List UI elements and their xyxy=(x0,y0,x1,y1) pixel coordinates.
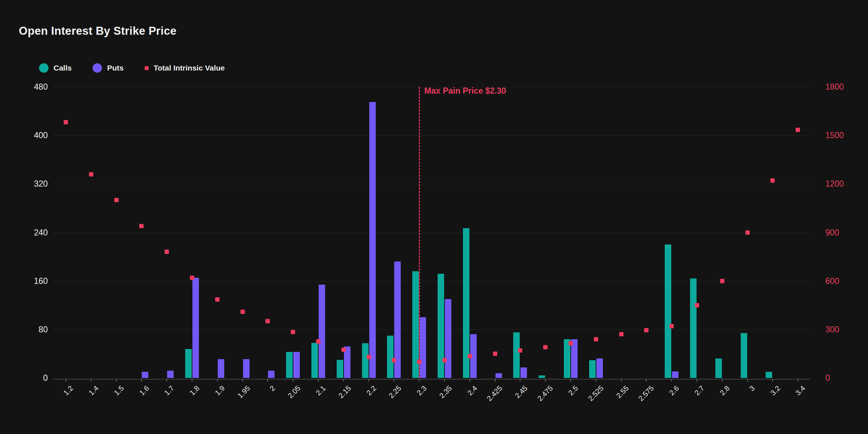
left-axis-tick-label: 80 xyxy=(4,324,48,334)
calls-bar[interactable] xyxy=(589,360,596,378)
intrinsic-value-dot[interactable] xyxy=(367,355,371,359)
puts-marker-icon xyxy=(93,63,102,73)
puts-bar[interactable] xyxy=(192,278,199,378)
intrinsic-value-dot[interactable] xyxy=(265,319,270,323)
calls-bar[interactable] xyxy=(362,343,369,378)
max-pain-label: Max Pain Price $2.30 xyxy=(424,86,506,96)
intrinsic-value-dot[interactable] xyxy=(669,324,674,328)
calls-bar[interactable] xyxy=(715,358,722,378)
x-axis-tick xyxy=(419,379,420,382)
intrinsic-value-dot[interactable] xyxy=(695,303,699,307)
puts-bar[interactable] xyxy=(218,359,224,378)
calls-bar[interactable] xyxy=(690,278,697,378)
intrinsic-value-dot[interactable] xyxy=(190,276,194,280)
calls-bar[interactable] xyxy=(741,333,747,378)
x-axis-tick xyxy=(369,379,369,382)
x-axis-tick-label: 2.25 xyxy=(387,384,403,400)
puts-bar[interactable] xyxy=(596,358,603,378)
x-axis-tick xyxy=(520,379,520,382)
calls-bar[interactable] xyxy=(766,372,772,378)
puts-bar[interactable] xyxy=(369,102,376,378)
intrinsic-value-dot[interactable] xyxy=(796,128,800,132)
x-axis-tick xyxy=(570,379,571,382)
intrinsic-value-dot[interactable] xyxy=(114,198,119,202)
x-axis-tick-label: 2.7 xyxy=(693,384,706,397)
intrinsic-value-dot[interactable] xyxy=(468,354,472,358)
x-axis-tick xyxy=(91,379,92,382)
calls-bar[interactable] xyxy=(311,343,318,378)
intrinsic-value-dot[interactable] xyxy=(569,341,573,345)
intrinsic-value-dot[interactable] xyxy=(493,352,497,356)
puts-bar[interactable] xyxy=(420,317,426,378)
right-axis-tick-label: 0 xyxy=(825,373,830,383)
x-axis-tick xyxy=(141,379,142,382)
x-axis-tick-label: 1.8 xyxy=(188,384,201,397)
intrinsic-value-dot[interactable] xyxy=(720,279,724,283)
calls-bar[interactable] xyxy=(337,360,343,378)
x-axis-tick xyxy=(65,379,66,382)
right-axis-tick-label: 1500 xyxy=(825,131,844,140)
puts-bar[interactable] xyxy=(319,285,325,378)
x-axis-tick xyxy=(797,379,798,382)
puts-bar[interactable] xyxy=(142,372,148,378)
intrinsic-value-dot[interactable] xyxy=(745,230,750,235)
x-axis-tick xyxy=(217,379,218,382)
puts-bar[interactable] xyxy=(672,371,678,378)
intrinsic-value-dot[interactable] xyxy=(518,348,522,353)
intrinsic-value-dot[interactable] xyxy=(64,120,68,124)
puts-bar[interactable] xyxy=(268,371,275,378)
x-axis-tick xyxy=(444,379,445,382)
intrinsic-value-dot[interactable] xyxy=(316,339,320,344)
intrinsic-value-dot[interactable] xyxy=(442,358,447,362)
x-axis-tick-label: 1.6 xyxy=(138,384,151,397)
x-axis-tick-label: 1.2 xyxy=(62,384,75,397)
puts-bar[interactable] xyxy=(445,299,451,378)
intrinsic-value-dot[interactable] xyxy=(770,178,775,183)
calls-marker-icon xyxy=(39,63,48,73)
x-axis-tick-label: 2.6 xyxy=(668,384,681,397)
x-axis-tick xyxy=(293,379,293,382)
intrinsic-value-dot[interactable] xyxy=(165,250,169,254)
legend-item-calls[interactable]: Calls xyxy=(39,63,72,73)
x-axis-tick-label: 2.525 xyxy=(586,384,605,403)
x-axis-tick-label: 2.15 xyxy=(337,384,353,400)
puts-bar[interactable] xyxy=(495,373,502,378)
puts-bar[interactable] xyxy=(167,371,174,378)
intrinsic-value-dot[interactable] xyxy=(543,345,548,349)
calls-bar[interactable] xyxy=(286,352,293,378)
x-axis-tick-label: 2.45 xyxy=(514,384,529,400)
legend-label-puts: Puts xyxy=(107,64,124,72)
x-axis-tick-label: 3 xyxy=(748,384,757,393)
intrinsic-value-dot[interactable] xyxy=(341,348,346,352)
intrinsic-value-dot[interactable] xyxy=(241,310,245,314)
puts-bar[interactable] xyxy=(293,352,300,378)
intrinsic-value-dot[interactable] xyxy=(139,224,144,228)
calls-bar[interactable] xyxy=(665,244,671,378)
intrinsic-value-dot[interactable] xyxy=(392,358,396,362)
intrinsic-value-dot[interactable] xyxy=(594,337,598,341)
intrinsic-value-dot[interactable] xyxy=(291,330,295,334)
x-axis-tick xyxy=(393,379,394,382)
intrinsic-value-dot[interactable] xyxy=(89,172,93,176)
gridline xyxy=(53,233,810,233)
calls-bar[interactable] xyxy=(387,336,393,378)
x-axis-tick-label: 2.575 xyxy=(637,384,656,403)
right-axis-tick-label: 600 xyxy=(825,276,839,286)
x-axis-tick-label: 2.475 xyxy=(536,384,555,403)
legend-item-puts[interactable]: Puts xyxy=(93,63,124,73)
intrinsic-value-dot[interactable] xyxy=(215,297,220,302)
puts-bar[interactable] xyxy=(520,367,527,378)
calls-bar[interactable] xyxy=(513,332,520,378)
x-axis-tick xyxy=(747,379,748,382)
legend-item-intrinsic[interactable]: Total Intrinsic Value xyxy=(145,64,225,72)
left-axis-tick-label: 480 xyxy=(4,82,48,92)
intrinsic-value-dot[interactable] xyxy=(644,328,648,332)
legend-label-calls: Calls xyxy=(54,64,72,72)
page-title: Open Interest By Strike Price xyxy=(19,25,176,38)
calls-bar[interactable] xyxy=(539,375,545,378)
x-axis-tick xyxy=(267,379,268,382)
intrinsic-value-dot[interactable] xyxy=(619,332,624,336)
calls-bar[interactable] xyxy=(185,349,192,378)
puts-bar[interactable] xyxy=(243,359,250,378)
left-axis-tick-label: 320 xyxy=(4,179,48,189)
